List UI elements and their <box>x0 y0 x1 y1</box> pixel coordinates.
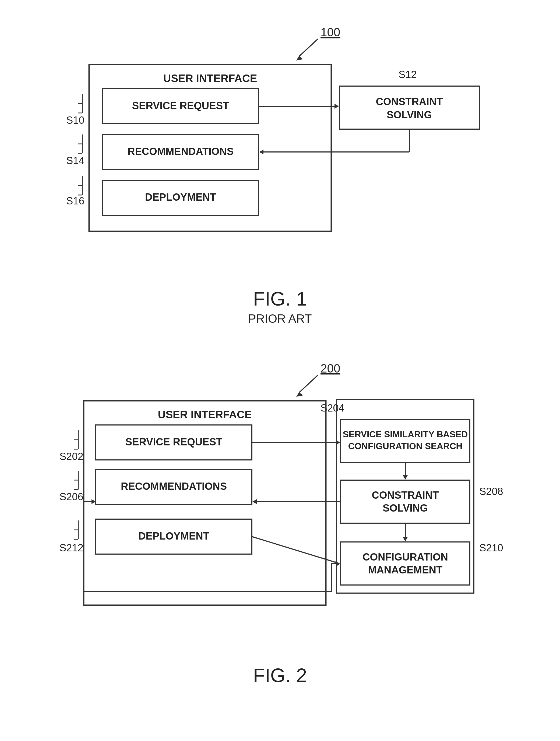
svg-marker-12 <box>334 104 339 109</box>
deployment-label-2: DEPLOYMENT <box>138 530 209 542</box>
config-management-label2: MANAGEMENT <box>368 564 442 576</box>
fig1-diagram: 100 S12 S10 S14 S16 <box>51 21 509 264</box>
s10-label: S10 <box>66 115 84 126</box>
fig2-section: 200 S204 S202 S206 S212 <box>16 358 544 686</box>
s16-label: S16 <box>66 195 84 207</box>
page: 100 S12 S10 S14 S16 <box>0 0 560 741</box>
s210-label: S210 <box>479 542 503 553</box>
constraint-solving-label1: CONSTRAINT <box>376 96 443 107</box>
ui-label-2: USER INTERFACE <box>158 409 252 420</box>
s14-label: S14 <box>66 155 84 166</box>
ref-200: 200 <box>320 362 340 375</box>
constraint-solving-label-2a: CONSTRAINT <box>372 489 439 501</box>
deployment-label: DEPLOYMENT <box>145 192 216 203</box>
fig1-sub: PRIOR ART <box>248 312 312 326</box>
svg-marker-28 <box>336 440 340 445</box>
svg-marker-42 <box>91 499 96 504</box>
ui-outer-box-2 <box>84 401 326 605</box>
ui-label: USER INTERFACE <box>163 72 257 84</box>
s208-label: S208 <box>479 486 503 497</box>
s204-label: S204 <box>320 402 345 414</box>
constraint-solving-box <box>339 86 479 129</box>
service-similarity-label1: SERVICE SIMILARITY BASED <box>343 429 468 439</box>
svg-marker-30 <box>403 475 408 480</box>
service-request-label: SERVICE REQUEST <box>132 100 229 111</box>
fig2-caption: FIG. 2 <box>253 664 307 686</box>
fig2-diagram: 200 S204 S202 S206 S212 <box>51 358 509 640</box>
svg-line-0 <box>299 39 318 57</box>
constraint-solving-label2: SOLVING <box>386 109 432 121</box>
fig1-caption: FIG. 1 PRIOR ART <box>248 288 312 326</box>
config-management-label1: CONFIGURATION <box>362 551 448 563</box>
s206-label: S206 <box>59 491 83 502</box>
svg-marker-15 <box>259 149 263 154</box>
service-similarity-label2: CONFIGURATION SEARCH <box>348 441 462 451</box>
ref-100: 100 <box>320 25 340 39</box>
s202-label: S202 <box>59 451 83 462</box>
config-management-box <box>341 542 470 585</box>
s12-label: S12 <box>398 69 417 80</box>
constraint-solving-box-2 <box>341 480 470 523</box>
recommendations-label: RECOMMENDATIONS <box>127 146 233 157</box>
recommendations-label-2: RECOMMENDATIONS <box>121 481 227 492</box>
svg-marker-17 <box>296 392 303 397</box>
fig1-num: FIG. 1 <box>248 288 312 310</box>
svg-marker-34 <box>403 537 408 541</box>
fig1-section: 100 S12 S10 S14 S16 <box>16 21 544 326</box>
constraint-solving-label-2b: SOLVING <box>382 502 428 514</box>
svg-line-16 <box>299 375 318 393</box>
svg-marker-1 <box>296 56 303 61</box>
svg-marker-32 <box>252 499 257 504</box>
service-request-label-2: SERVICE REQUEST <box>125 436 222 448</box>
fig2-num: FIG. 2 <box>253 664 307 686</box>
s212-label: S212 <box>59 542 83 553</box>
